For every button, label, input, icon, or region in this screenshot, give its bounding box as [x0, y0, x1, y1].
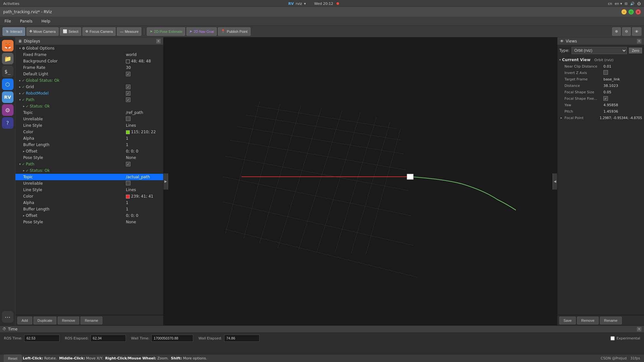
move-camera-button[interactable]: ✥ Move Camera	[26, 27, 59, 36]
path2-alpha-row[interactable]: Alpha 1	[15, 200, 163, 206]
views-remove-button[interactable]: Remove	[577, 317, 599, 324]
remove-button[interactable]: Remove	[58, 317, 79, 324]
topbar-arrow[interactable]: ▾	[304, 2, 306, 6]
topbar-app[interactable]: rviz	[296, 2, 302, 6]
global-status-row[interactable]: ▸ ✓ Global Status: Ok	[15, 77, 163, 84]
default-light-row[interactable]: Default Light ✓	[15, 71, 163, 77]
path2-linestyle-row[interactable]: Line Style Lines	[15, 187, 163, 193]
path2-status-row[interactable]: ▸ ✓ Status: Ok	[15, 167, 163, 174]
displays-close-button[interactable]: ×	[156, 39, 161, 43]
robot-model-row[interactable]: ▸ ✓ RobotModel ✓	[15, 90, 163, 97]
path1-unreliable-row[interactable]: Unreliable	[15, 116, 163, 122]
default-light-check[interactable]: ✓	[126, 72, 130, 76]
path1-arrow[interactable]: ▾	[18, 98, 22, 102]
menu-help[interactable]: Help	[40, 18, 52, 24]
path1-check[interactable]: ✓	[126, 97, 130, 102]
path1-status-row[interactable]: ▸ ✓ Status: Ok	[15, 103, 163, 109]
add-button[interactable]: Add	[17, 317, 32, 324]
path2-buflen-row[interactable]: Buffer Length 1	[15, 206, 163, 212]
focal-point-arrow[interactable]: ▸	[561, 116, 564, 119]
grid-arrow[interactable]: ▸	[18, 85, 22, 89]
frame-rate-row[interactable]: Frame Rate 30	[15, 64, 163, 71]
path2-topic-row[interactable]: Topic /actual_path	[15, 174, 163, 180]
publish-point-button[interactable]: 📍 Publish Point	[218, 27, 250, 36]
path2-offset-row[interactable]: ▸ Offset 0; 0; 0	[15, 212, 163, 219]
viewport[interactable]: ◀ ▶	[164, 37, 557, 325]
robot-model-arrow[interactable]: ▸	[18, 91, 22, 95]
path1-buflen-row[interactable]: Buffer Length 1	[15, 142, 163, 148]
path2-row[interactable]: ▾ ✓ Path ✓	[15, 161, 163, 167]
time-close-button[interactable]: ×	[637, 327, 641, 331]
topbar-kbd[interactable]: cn	[608, 2, 612, 6]
dock-rviz[interactable]: RV	[2, 91, 14, 103]
path1-topic-row[interactable]: Topic /ref_path	[15, 109, 163, 116]
ros-elapsed-input[interactable]	[90, 335, 126, 342]
rename-button[interactable]: Rename	[80, 317, 102, 324]
maximize-button[interactable]: □	[629, 9, 634, 14]
current-view-header[interactable]: ▾ Current View Orbit (rviz)	[559, 57, 642, 63]
viewport-collapse-left[interactable]: ▶	[164, 173, 168, 190]
global-options-arrow[interactable]: ▾	[18, 46, 22, 50]
duplicate-button[interactable]: Duplicate	[33, 317, 57, 324]
topbar-vol[interactable]: 🔊	[630, 2, 635, 6]
topbar-brand[interactable]: RV	[288, 2, 294, 6]
views-close-button[interactable]: ×	[637, 39, 641, 43]
grid-row[interactable]: ▸ ✓ Grid ✓	[15, 84, 163, 90]
topbar-power[interactable]: ⏻	[637, 2, 641, 6]
path2-color-row[interactable]: Color 239; 41; 41	[15, 193, 163, 200]
views-zero-button[interactable]: Zero	[629, 48, 642, 53]
wall-time-input[interactable]	[151, 335, 193, 342]
view-button[interactable]: 👁	[632, 27, 641, 36]
path1-alpha-row[interactable]: Alpha 1	[15, 135, 163, 142]
grid-check[interactable]: ✓	[126, 85, 130, 89]
dock-apps[interactable]: ⋯	[2, 311, 14, 323]
path1-linestyle-row[interactable]: Line Style Lines	[15, 122, 163, 129]
dock-ros[interactable]: ⚙	[2, 104, 14, 116]
views-save-button[interactable]: Save	[559, 317, 576, 324]
topbar-net[interactable]: ⊟	[625, 2, 628, 6]
viewport-collapse-right[interactable]: ◀	[553, 173, 557, 190]
path2-unreliable-check[interactable]	[126, 181, 130, 185]
path2-unreliable-row[interactable]: Unreliable	[15, 180, 163, 187]
displays-tree[interactable]: ▾ ⚙ Global Options Fixed Frame world Bac…	[15, 45, 163, 315]
dock-help[interactable]: ?	[2, 117, 14, 129]
path1-offset-row[interactable]: ▸ Offset 0; 0; 0	[15, 148, 163, 154]
zoom-in-button[interactable]: ⊕	[612, 27, 621, 36]
reset-button[interactable]: Reset	[4, 355, 22, 362]
path1-color-row[interactable]: Color 115; 210; 22	[15, 129, 163, 135]
path2-status-arrow[interactable]: ▸	[22, 169, 26, 172]
menu-file[interactable]: File	[3, 18, 13, 24]
invert-z-check[interactable]	[603, 70, 608, 75]
focal-shape-fixed-check[interactable]: ✓	[603, 96, 608, 101]
pose-estimate-button[interactable]: ➤ 2D Pose Estimate	[147, 27, 185, 36]
dock-vscode[interactable]: ⬡	[2, 79, 14, 90]
select-button[interactable]: ⬜ Select	[60, 27, 81, 36]
dock-firefox[interactable]: 🦊	[2, 40, 14, 51]
topbar-lang[interactable]: en ▾	[615, 2, 622, 6]
path2-check[interactable]: ✓	[126, 162, 130, 166]
path1-posestyle-row[interactable]: Pose Style None	[15, 154, 163, 161]
menu-panels[interactable]: Panels	[18, 18, 34, 24]
robot-model-check[interactable]: ✓	[126, 91, 130, 96]
path1-unreliable-check[interactable]	[126, 116, 130, 121]
path2-arrow[interactable]: ▾	[18, 162, 22, 166]
path2-offset-arrow[interactable]: ▸	[22, 214, 26, 218]
wall-elapsed-input[interactable]	[224, 335, 260, 342]
global-status-arrow[interactable]: ▸	[18, 79, 22, 82]
dock-terminal[interactable]: $_	[2, 66, 14, 77]
zoom-out-button[interactable]: ⊖	[622, 27, 631, 36]
nav-goal-button[interactable]: ➤ 2D Nav Goal	[186, 27, 217, 36]
close-button[interactable]: ×	[636, 9, 641, 14]
path1-status-arrow[interactable]: ▸	[22, 104, 26, 108]
views-rename-button[interactable]: Rename	[600, 317, 622, 324]
measure-button[interactable]: — Measure	[117, 27, 141, 36]
experimental-checkbox[interactable]	[611, 336, 615, 340]
background-color-row[interactable]: Background Color 48; 48; 48	[15, 58, 163, 64]
global-options-row[interactable]: ▾ ⚙ Global Options	[15, 45, 163, 51]
minimize-button[interactable]: −	[621, 9, 627, 14]
fixed-frame-row[interactable]: Fixed Frame world	[15, 51, 163, 58]
path1-row[interactable]: ▾ ✓ Path ✓	[15, 97, 163, 103]
ros-time-input[interactable]	[24, 335, 60, 342]
dock-files[interactable]: 📁	[2, 53, 14, 64]
views-type-select[interactable]: Orbit (rviz)	[572, 47, 627, 54]
